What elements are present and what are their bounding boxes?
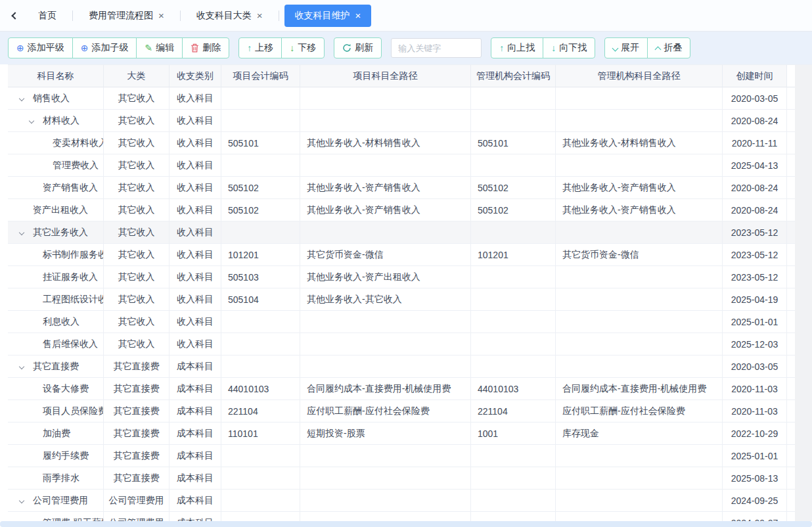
- edit-button[interactable]: ✎ 编辑: [136, 38, 182, 58]
- org-code-cell: [471, 266, 556, 288]
- close-icon[interactable]: ×: [355, 11, 361, 20]
- tree-expand-icon[interactable]: [20, 97, 33, 101]
- org-code-cell: 1001: [471, 423, 556, 445]
- table-row[interactable]: 利息收入 其它收入 收入科目 2025-01-01: [8, 311, 812, 333]
- find-button-group: ↑ 向上找 ↓ 向下找: [491, 37, 595, 58]
- subject-name-cell: 加油费: [8, 423, 104, 445]
- row-spacer: [787, 154, 795, 177]
- category-cell: 其它收入: [104, 333, 169, 355]
- created-date-cell: 2020-11-03: [723, 378, 787, 400]
- subject-name: 资产销售收入: [43, 182, 98, 194]
- expand-all-button[interactable]: 展开: [605, 38, 647, 58]
- project-path-cell: [300, 355, 471, 378]
- tab-subject-maintenance[interactable]: 收支科目维护 ×: [284, 5, 372, 27]
- tree-expand-icon[interactable]: [20, 365, 33, 369]
- project-path-cell: 其他业务收入-其它收入: [300, 288, 471, 311]
- project-path-cell: [300, 110, 471, 132]
- org-path-cell: [556, 467, 723, 490]
- project-path-cell: [300, 490, 471, 512]
- find-up-button[interactable]: ↑ 向上找: [491, 38, 543, 58]
- table-row[interactable]: 资产出租收入 其它收入 收入科目 505102 其他业务收入-资产销售收入 50…: [8, 199, 812, 221]
- row-spacer: [787, 266, 795, 288]
- table-row[interactable]: 管理费收入 其它收入 收入科目 2025-04-13: [8, 154, 812, 177]
- find-down-button[interactable]: ↓ 向下找: [543, 38, 595, 58]
- edit-button-group: ⊕ 添加平级 ⊕ 添加子级 ✎ 编辑 删除: [8, 37, 229, 58]
- row-spacer: [787, 445, 795, 467]
- subject-name: 利息收入: [43, 316, 79, 328]
- org-path-cell: [556, 445, 723, 467]
- move-down-button[interactable]: ↓ 下移: [281, 38, 324, 58]
- tab-separator: [180, 11, 181, 21]
- org-path-cell: [556, 288, 723, 311]
- org-code-cell: [471, 288, 556, 311]
- project-code-cell: 101201: [221, 244, 300, 266]
- project-code-cell: [221, 154, 300, 177]
- table-row[interactable]: 其它直接费 其它直接费 成本科目 2020-03-05: [8, 355, 812, 378]
- subject-name-cell: 公司管理费用: [8, 490, 104, 512]
- table-row[interactable]: 挂证服务收入 其它收入 收入科目 505103 其他业务收入-资产出租收入 20…: [8, 266, 812, 288]
- org-path-cell: [556, 311, 723, 333]
- subject-name: 变卖材料收入: [53, 137, 104, 149]
- row-spacer: [787, 244, 795, 266]
- table-row[interactable]: 工程图纸设计收入 其它收入 收入科目 505104 其他业务收入-其它收入 20…: [8, 288, 812, 311]
- collapse-all-button[interactable]: 折叠: [647, 38, 690, 58]
- tab-expense-flowchart[interactable]: 费用管理流程图 ×: [78, 5, 175, 27]
- subject-name: 标书制作服务收入: [43, 249, 104, 261]
- org-code-cell: 44010103: [471, 378, 556, 400]
- add-sibling-button[interactable]: ⊕ 添加平级: [9, 38, 72, 58]
- close-icon[interactable]: ×: [257, 11, 263, 20]
- subject-name: 售后维保收入: [43, 338, 98, 350]
- table-row[interactable]: 其它业务收入 其它收入 收入科目 2023-05-12: [8, 221, 812, 244]
- category-cell: 其它收入: [104, 154, 169, 177]
- subject-name-cell: 资产销售收入: [8, 177, 104, 199]
- row-spacer: [787, 177, 795, 199]
- table-row[interactable]: 公司管理费用 公司管理费用 成本科目 2024-09-25: [8, 490, 812, 512]
- table-row[interactable]: 销售收入 其它收入 收入科目 2020-03-05: [8, 87, 812, 110]
- category-cell: 其它收入: [104, 221, 169, 244]
- tab-home[interactable]: 首页: [28, 5, 67, 27]
- delete-button[interactable]: 删除: [182, 38, 229, 58]
- project-code-cell: [221, 490, 300, 512]
- tree-expand-icon[interactable]: [30, 119, 43, 123]
- table-row[interactable]: 材料收入 其它收入 收入科目 2020-08-24: [8, 110, 812, 132]
- table-row[interactable]: 资产销售收入 其它收入 收入科目 505102 其他业务收入-资产销售收入 50…: [8, 177, 812, 199]
- vertical-scrollbar[interactable]: [795, 65, 812, 521]
- header-subject-name: 科目名称: [8, 65, 104, 87]
- project-path-cell: 其他业务收入-资产出租收入: [300, 266, 471, 288]
- button-label: 上移: [255, 42, 273, 54]
- subject-name: 其它直接费: [33, 361, 79, 373]
- table-row[interactable]: 履约手续费 其它直接费 成本科目 2025-01-01: [8, 445, 812, 467]
- org-path-cell: [556, 266, 723, 288]
- project-path-cell: [300, 445, 471, 467]
- close-icon[interactable]: ×: [158, 11, 164, 20]
- tabs-scroll-left-icon[interactable]: [7, 7, 24, 24]
- org-path-cell: [556, 154, 723, 177]
- tree-expand-icon[interactable]: [20, 499, 33, 503]
- tab-label: 收支科目维护: [295, 10, 350, 22]
- chevron-left-icon: [11, 12, 18, 19]
- type-cell: 收入科目: [169, 110, 221, 132]
- tab-subject-categories[interactable]: 收支科目大类 ×: [186, 5, 273, 27]
- table-header: 科目名称 大类 收支类别 项目会计编码 项目科目全路径 管理机构会计编码 管理机…: [8, 65, 812, 87]
- subjects-tree-table: 科目名称 大类 收支类别 项目会计编码 项目科目全路径 管理机构会计编码 管理机…: [8, 64, 812, 527]
- chevron-up-icon: [656, 45, 660, 52]
- add-child-button[interactable]: ⊕ 添加子级: [72, 38, 137, 58]
- row-spacer: [787, 132, 795, 154]
- table-row[interactable]: 变卖材料收入 其它收入 收入科目 505101 其他业务收入-材料销售收入 50…: [8, 132, 812, 154]
- tree-expand-icon[interactable]: [20, 231, 33, 235]
- type-cell: 成本科目: [169, 467, 221, 490]
- button-label: 添加子级: [91, 42, 128, 54]
- table-row[interactable]: 雨季排水 其它直接费 成本科目 2025-08-13: [8, 467, 812, 490]
- table-row[interactable]: 标书制作服务收入 其它收入 收入科目 101201 其它货币资金-微信 1012…: [8, 244, 812, 266]
- refresh-button[interactable]: 刷新: [334, 38, 381, 58]
- org-path-cell: 其他业务收入-材料销售收入: [556, 132, 723, 154]
- table-row[interactable]: 设备大修费 其它直接费 成本科目 44010103 合同履约成本-直接费用-机械…: [8, 378, 812, 400]
- horizontal-scrollbar[interactable]: [0, 521, 812, 527]
- table-row[interactable]: 售后维保收入 其它收入 收入科目 2025-12-03: [8, 333, 812, 355]
- search-input[interactable]: [391, 38, 482, 58]
- table-row[interactable]: 加油费 其它直接费 成本科目 110101 短期投资-股票 1001 库存现金 …: [8, 423, 812, 445]
- category-cell: 其它收入: [104, 199, 169, 221]
- type-cell: 收入科目: [169, 333, 221, 355]
- move-up-button[interactable]: ↑ 上移: [239, 38, 281, 58]
- table-row[interactable]: 项目人员保险费 其它直接费 成本科目 221104 应付职工薪酬-应付社会保险费…: [8, 400, 812, 423]
